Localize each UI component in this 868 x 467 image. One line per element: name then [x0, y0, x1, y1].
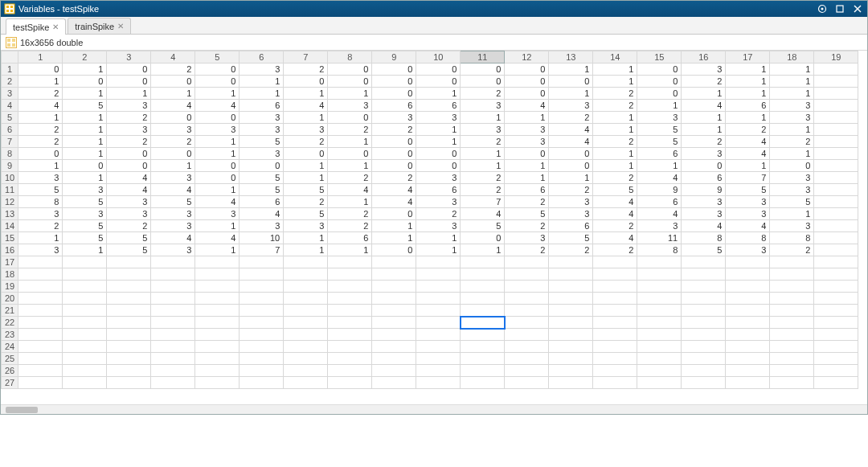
- cell[interactable]: 4: [151, 232, 195, 244]
- cell[interactable]: 5: [682, 244, 726, 256]
- cell[interactable]: 0: [505, 88, 549, 100]
- cell[interactable]: [814, 148, 858, 160]
- cell[interactable]: 0: [18, 148, 63, 160]
- cell[interactable]: 1: [328, 244, 372, 256]
- cell[interactable]: 1: [63, 63, 107, 76]
- cell[interactable]: 1: [682, 124, 726, 136]
- row-header[interactable]: 2: [2, 76, 18, 88]
- cell[interactable]: 0: [372, 148, 416, 160]
- cell[interactable]: [549, 329, 593, 341]
- cell[interactable]: 0: [372, 160, 416, 172]
- cell[interactable]: 3: [284, 124, 328, 136]
- cell[interactable]: 0: [505, 76, 549, 88]
- cell[interactable]: 3: [770, 184, 814, 196]
- cell[interactable]: 3: [682, 208, 726, 220]
- cell[interactable]: 3: [240, 220, 284, 232]
- row-header[interactable]: 8: [2, 148, 18, 160]
- cell[interactable]: 0: [682, 160, 726, 172]
- cell[interactable]: 3: [416, 196, 461, 208]
- maximize-button[interactable]: [833, 2, 846, 15]
- cell[interactable]: 1: [18, 112, 63, 124]
- cell[interactable]: [284, 281, 328, 293]
- cell[interactable]: [63, 341, 107, 353]
- cell[interactable]: 0: [372, 136, 416, 148]
- cell[interactable]: 8: [637, 244, 682, 256]
- cell[interactable]: 3: [18, 208, 63, 220]
- cell[interactable]: 0: [328, 76, 372, 88]
- cell[interactable]: [814, 76, 858, 88]
- cell[interactable]: 2: [372, 172, 416, 184]
- cell[interactable]: [416, 293, 461, 305]
- cell[interactable]: [814, 244, 858, 256]
- cell[interactable]: [637, 365, 682, 377]
- cell[interactable]: [814, 353, 858, 365]
- cell[interactable]: [637, 281, 682, 293]
- row-header[interactable]: 3: [2, 88, 18, 100]
- cell[interactable]: 3: [240, 112, 284, 124]
- cell[interactable]: [151, 293, 195, 305]
- cell[interactable]: [107, 377, 151, 389]
- cell[interactable]: 1: [328, 196, 372, 208]
- dock-button[interactable]: [816, 2, 829, 15]
- cell[interactable]: [240, 305, 284, 317]
- row-header[interactable]: 17: [2, 256, 18, 268]
- cell[interactable]: 3: [328, 100, 372, 112]
- cell[interactable]: 4: [240, 208, 284, 220]
- cell[interactable]: [18, 256, 63, 268]
- cell[interactable]: [461, 365, 505, 377]
- cell[interactable]: [682, 317, 726, 329]
- cell[interactable]: 0: [107, 63, 151, 76]
- cell[interactable]: 2: [770, 136, 814, 148]
- cell[interactable]: 6: [637, 148, 682, 160]
- cell[interactable]: 4: [593, 196, 637, 208]
- cell[interactable]: [461, 377, 505, 389]
- cell[interactable]: 4: [461, 208, 505, 220]
- row-header[interactable]: 9: [2, 160, 18, 172]
- cell[interactable]: [593, 353, 637, 365]
- cell[interactable]: [682, 256, 726, 268]
- cell[interactable]: [593, 268, 637, 281]
- cell[interactable]: [195, 317, 240, 329]
- cell[interactable]: [682, 341, 726, 353]
- cell[interactable]: [372, 341, 416, 353]
- cell[interactable]: 5: [637, 136, 682, 148]
- cell[interactable]: [195, 305, 240, 317]
- cell[interactable]: [682, 305, 726, 317]
- cell[interactable]: 3: [770, 112, 814, 124]
- cell[interactable]: 1: [328, 88, 372, 100]
- cell[interactable]: 2: [593, 244, 637, 256]
- cell[interactable]: 0: [328, 148, 372, 160]
- cell[interactable]: 2: [107, 220, 151, 232]
- row-header[interactable]: 14: [2, 220, 18, 232]
- cell[interactable]: 2: [461, 184, 505, 196]
- cell[interactable]: 5: [770, 196, 814, 208]
- cell[interactable]: [240, 365, 284, 377]
- cell[interactable]: [637, 353, 682, 365]
- cell[interactable]: [814, 172, 858, 184]
- cell[interactable]: 2: [416, 208, 461, 220]
- cell[interactable]: [328, 341, 372, 353]
- cell[interactable]: 1: [240, 76, 284, 88]
- cell[interactable]: 5: [726, 184, 770, 196]
- cell[interactable]: 1: [195, 184, 240, 196]
- cell[interactable]: [814, 305, 858, 317]
- cell[interactable]: 0: [416, 160, 461, 172]
- cell[interactable]: [195, 377, 240, 389]
- cell[interactable]: [195, 353, 240, 365]
- cell[interactable]: 1: [18, 76, 63, 88]
- cell[interactable]: 0: [416, 148, 461, 160]
- cell[interactable]: 3: [151, 244, 195, 256]
- col-header[interactable]: 13: [549, 51, 593, 63]
- cell[interactable]: 0: [549, 160, 593, 172]
- cell[interactable]: 1: [461, 244, 505, 256]
- cell[interactable]: 0: [63, 160, 107, 172]
- cell[interactable]: 1: [195, 244, 240, 256]
- col-header[interactable]: 18: [770, 51, 814, 63]
- cell[interactable]: [151, 365, 195, 377]
- cell[interactable]: 6: [549, 220, 593, 232]
- cell[interactable]: 3: [195, 124, 240, 136]
- cell[interactable]: [461, 341, 505, 353]
- cell[interactable]: [416, 317, 461, 329]
- cell[interactable]: [18, 329, 63, 341]
- cell[interactable]: 1: [151, 160, 195, 172]
